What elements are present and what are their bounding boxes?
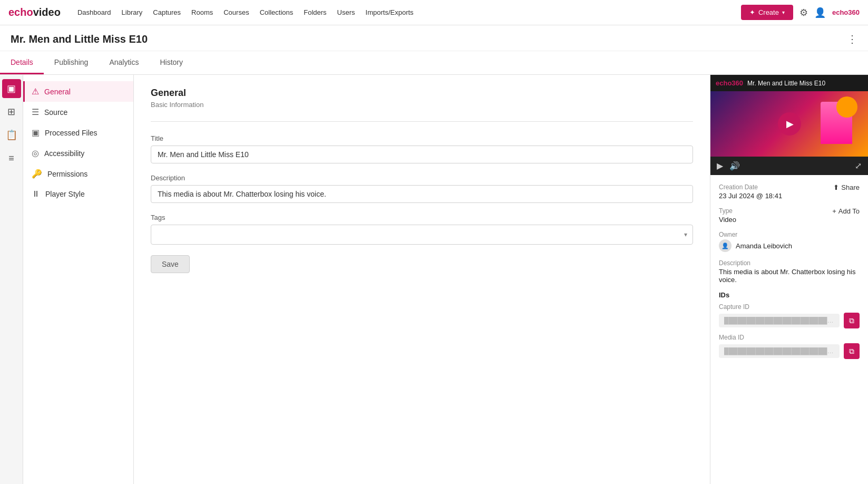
tags-input-wrapper[interactable]: ▾: [151, 225, 693, 245]
creation-date-group: Creation Date 23 Jul 2024 @ 18:41: [719, 183, 782, 200]
share-button[interactable]: ⬆ Share: [833, 183, 860, 191]
divider: [151, 121, 693, 122]
description-label: Description: [151, 174, 693, 182]
play-button[interactable]: ▶: [778, 112, 801, 135]
copy-capture-id-button[interactable]: ⧉: [844, 313, 860, 328]
description-panel-value: This media is about Mr. Chatterbox losin…: [719, 268, 860, 284]
title-label: Title: [151, 134, 693, 142]
processed-files-icon: ▣: [32, 128, 40, 138]
media-id-label: Media ID: [719, 334, 860, 341]
add-icon: +: [832, 207, 836, 215]
nav-dashboard[interactable]: Dashboard: [77, 8, 111, 16]
nav-item-permissions[interactable]: 🔑 Permissions: [23, 163, 133, 184]
media-id-value-row: ████████████████████████... ⧉: [719, 343, 860, 359]
create-button[interactable]: ✦ Create ▾: [741, 5, 793, 20]
copy-icon: ⧉: [849, 316, 854, 325]
nav-item-processed-files[interactable]: ▣ Processed Files: [23, 122, 133, 143]
owner-name: Amanda Leibovich: [736, 242, 792, 250]
sidebar-icon-media[interactable]: ▣: [2, 79, 21, 98]
left-nav: ⚠ General ☰ Source ▣ Processed Files ◎ A…: [23, 75, 134, 484]
nav-right: ✦ Create ▾ ⚙ 👤 echo360: [741, 5, 860, 20]
nav-collections[interactable]: Collections: [260, 8, 294, 16]
tab-details[interactable]: Details: [0, 52, 44, 74]
play-control-icon[interactable]: ▶: [717, 161, 723, 171]
tags-dropdown-arrow: ▾: [684, 231, 687, 238]
owner-row-group: Owner 👤 Amanda Leibovich: [719, 231, 860, 252]
sidebar-icon-note[interactable]: 📋: [2, 125, 21, 144]
video-top-bar: echo360 Mr. Men and Little Miss E10: [710, 75, 868, 91]
capture-id-value-row: ████████████████████████... ⧉: [719, 313, 860, 328]
title-form-group: Title: [151, 134, 693, 163]
description-form-group: Description: [151, 174, 693, 203]
nav-item-source[interactable]: ☰ Source: [23, 102, 133, 122]
tags-label: Tags: [151, 214, 693, 221]
share-label: Share: [841, 183, 860, 191]
description-input[interactable]: [151, 185, 693, 203]
tabs-bar: Details Publishing Analytics History: [0, 51, 868, 75]
sidebar-icon-list[interactable]: ≡: [2, 149, 21, 168]
logo-video: video: [33, 6, 61, 18]
settings-icon[interactable]: ⚙: [799, 7, 808, 18]
page-header: Mr. Men and Little Miss E10 ⋮: [0, 25, 868, 51]
title-input[interactable]: [151, 146, 693, 163]
tags-input[interactable]: [158, 230, 686, 239]
capture-id-label: Capture ID: [719, 303, 860, 311]
type-label: Type: [719, 207, 736, 215]
avatar: 👤: [719, 239, 732, 252]
tab-history[interactable]: History: [149, 52, 193, 74]
type-value: Video: [719, 216, 736, 224]
section-subtitle: Basic Information: [151, 101, 693, 109]
sidebar-icon-grid[interactable]: ⊞: [2, 102, 21, 121]
nav-item-processed-files-label: Processed Files: [45, 129, 97, 137]
type-row: Type Video + Add To: [719, 207, 860, 224]
nav-item-general[interactable]: ⚠ General: [23, 81, 133, 102]
echo360-logo-small: echo360: [716, 79, 743, 87]
volume-icon[interactable]: 🔊: [729, 161, 740, 171]
video-controls: ▶ 🔊 ⤢: [710, 157, 868, 175]
add-to-button[interactable]: + Add To: [832, 207, 860, 215]
copy-media-id-button[interactable]: ⧉: [844, 343, 860, 359]
video-title-bar: Mr. Men and Little Miss E10: [747, 80, 825, 87]
create-label: Create: [758, 8, 779, 16]
share-icon: ⬆: [833, 183, 839, 191]
right-panel: echo360 Mr. Men and Little Miss E10 ▶ ▶ …: [710, 75, 868, 484]
nav-rooms[interactable]: Rooms: [191, 8, 213, 16]
nav-users[interactable]: Users: [337, 8, 355, 16]
permissions-icon: 🔑: [32, 169, 42, 179]
expand-icon[interactable]: ⤢: [855, 161, 862, 171]
nav-item-player-style-label: Player Style: [45, 190, 85, 198]
nav-library[interactable]: Library: [122, 8, 143, 16]
page-title: Mr. Men and Little Miss E10: [11, 33, 148, 45]
nav-courses[interactable]: Courses: [223, 8, 249, 16]
save-button[interactable]: Save: [151, 255, 190, 273]
type-group: Type Video: [719, 207, 736, 224]
nav-item-player-style[interactable]: ⏸ Player Style: [23, 184, 133, 204]
logo-echo: echo: [8, 6, 33, 18]
description-panel-label: Description: [719, 259, 860, 267]
more-options-icon[interactable]: ⋮: [847, 33, 857, 45]
ids-label: IDs: [719, 291, 860, 299]
tab-publishing[interactable]: Publishing: [44, 52, 99, 74]
section-title: General: [151, 88, 693, 99]
creation-date-row: Creation Date 23 Jul 2024 @ 18:41 ⬆ Shar…: [719, 183, 860, 200]
play-icon: ▶: [786, 118, 794, 130]
nav-item-general-label: General: [44, 88, 71, 96]
tags-form-group: Tags ▾: [151, 214, 693, 245]
media-id-value: ████████████████████████...: [719, 344, 840, 358]
middle-content: General Basic Information Title Descript…: [134, 75, 710, 484]
user-icon[interactable]: 👤: [814, 7, 826, 18]
nav-imports-exports[interactable]: Imports/Exports: [366, 8, 414, 16]
add-to-label: Add To: [838, 207, 860, 215]
tab-analytics[interactable]: Analytics: [99, 52, 149, 74]
top-navigation: echovideo Dashboard Library Captures Roo…: [0, 0, 868, 25]
chevron-down-icon: ▾: [782, 9, 785, 15]
nav-links: Dashboard Library Captures Rooms Courses…: [77, 8, 414, 16]
nav-item-accessibility[interactable]: ◎ Accessibility: [23, 143, 133, 163]
owner-label: Owner: [719, 231, 860, 238]
icon-sidebar: ▣ ⊞ 📋 ≡: [0, 75, 23, 484]
right-info: Creation Date 23 Jul 2024 @ 18:41 ⬆ Shar…: [710, 175, 868, 484]
create-icon: ✦: [749, 8, 755, 16]
owner-row: 👤 Amanda Leibovich: [719, 239, 860, 252]
nav-folders[interactable]: Folders: [304, 8, 326, 16]
nav-captures[interactable]: Captures: [153, 8, 181, 16]
